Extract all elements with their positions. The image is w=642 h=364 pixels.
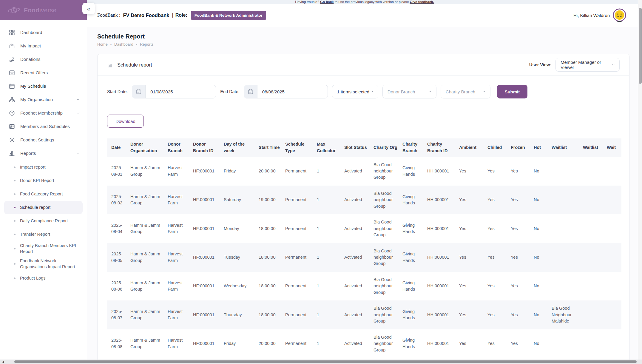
app-window: Foodiverse DashboardMy ImpactDonationsRe…: [0, 0, 642, 364]
user-avatar[interactable]: [612, 8, 626, 22]
cell-charity-org: Bia Good neighbour Group: [371, 300, 400, 329]
cell-frozen: Yes: [508, 243, 531, 272]
start-date-input[interactable]: 01/08/2025: [132, 85, 216, 98]
cell-start-time: 18:00:00: [256, 243, 283, 272]
sidebar-subitem-food-category-report[interactable]: Food Category Report: [0, 187, 87, 201]
main-area: Having trouble? Go back to use the previ…: [87, 0, 642, 364]
sidebar-collapse-button[interactable]: «: [82, 3, 95, 14]
cell-day-of-the-week: Friday: [221, 329, 256, 358]
sidebar-item-my-organisation[interactable]: My Organisation: [0, 93, 87, 106]
sidebar-item-my-schedule[interactable]: My Schedule: [0, 79, 87, 93]
cell-waitlist-2: [581, 186, 604, 214]
download-button[interactable]: Download: [107, 115, 144, 128]
sidebar-item-donations[interactable]: Donations: [0, 53, 87, 66]
chevron-down-icon: [428, 90, 432, 94]
cell-ambient: Yes: [457, 214, 485, 243]
calendar-icon[interactable]: [244, 85, 257, 98]
cell-day-of-the-week: Tuesday: [221, 243, 256, 272]
charity-branch-select[interactable]: Charity Branch: [441, 85, 490, 98]
sidebar-subitem-donor-kpi-report[interactable]: Donor KPI Report: [0, 174, 87, 187]
sidebar-subitem-schedule-report[interactable]: Schedule report: [4, 201, 83, 214]
cell-max-collector: 1: [314, 186, 342, 214]
cell-schedule-type: Permanent: [283, 243, 314, 272]
cell-chilled: Yes: [485, 214, 508, 243]
cell-chilled: Yes: [485, 329, 508, 358]
sidebar-item-label: Recent Offers: [20, 70, 48, 75]
cell-day-of-the-week: Thursday: [221, 300, 256, 329]
cell-start-time: 20:00:00: [256, 329, 283, 358]
give-feedback-link[interactable]: Give feedback.: [410, 0, 434, 4]
bullet-icon: [14, 207, 16, 208]
cell-waitlist-3: [604, 214, 621, 243]
horizontal-scrollbar-thumb[interactable]: [14, 360, 637, 363]
cell-chilled: Yes: [485, 300, 508, 329]
cell-hot: No: [531, 186, 549, 214]
table-row: 2025-08-06Hamm & Jamm GroupHarvest FarmH…: [107, 272, 621, 300]
cell-frozen: Yes: [508, 214, 531, 243]
sidebar-item-my-impact[interactable]: My Impact: [0, 39, 87, 53]
vertical-scrollbar-thumb[interactable]: [639, 8, 642, 84]
table-row: 2025-08-02Hamm & Jamm GroupHarvest FarmH…: [107, 186, 621, 214]
end-date-input[interactable]: 08/08/2025: [244, 85, 328, 98]
cell-ambient: Yes: [457, 300, 485, 329]
sidebar-subitem-product-logs[interactable]: Product Logs: [0, 272, 87, 285]
breadcrumb-reports[interactable]: Reports: [140, 42, 154, 47]
sidebar-item-label: My Impact: [20, 43, 41, 48]
sidebar-item-dashboard[interactable]: Dashboard: [0, 26, 87, 39]
sidebar-subitem-label: Schedule report: [20, 205, 50, 211]
calendar-icon[interactable]: [132, 85, 146, 98]
sidebar-item-recent-offers[interactable]: Recent Offers: [0, 66, 87, 79]
start-date-value: 01/08/2025: [146, 85, 173, 98]
go-back-link[interactable]: Go back: [320, 0, 334, 4]
sidebar-item-members-and-schedules[interactable]: Members and Schedules: [0, 120, 87, 133]
user-area: Hi, Killian Waldron: [573, 8, 626, 22]
cell-waitlist-2: [581, 243, 604, 272]
donor-branch-select[interactable]: Donor Branch: [382, 85, 436, 98]
user-view-select[interactable]: Member Manager or Viewer: [555, 58, 620, 72]
cell-slot-status: Activated: [342, 186, 371, 214]
sidebar-item-foodnet-membership[interactable]: Foodnet Membership: [0, 106, 87, 120]
cell-donor-branch-id: HF:000001: [191, 329, 221, 358]
user-view-group: User View: Member Manager or Viewer: [529, 58, 620, 72]
scroll-left-arrow-icon[interactable]: ◀: [0, 360, 6, 363]
cell-waitlist-2: [581, 272, 604, 300]
cell-donor-branch-id: HF:000001: [191, 300, 221, 329]
sidebar-item-label: My Organisation: [20, 97, 53, 102]
submit-button[interactable]: Submit: [497, 85, 527, 98]
breadcrumb-home[interactable]: Home: [97, 42, 108, 47]
cell-waitlist-3: [604, 272, 621, 300]
col-charity-branch: Charity Branch: [400, 138, 425, 157]
sidebar-subitem-foodbank-network-organisations-impact-report[interactable]: Foodbank Network Organisations Impact Re…: [0, 256, 87, 272]
horizontal-scrollbar[interactable]: ◀: [0, 360, 642, 364]
cell-charity-branch-id: HH:000001: [425, 300, 457, 329]
sidebar-subitem-transfer-report[interactable]: Transfer Report: [0, 228, 87, 241]
sidebar-subitem-impact-report[interactable]: Impact report: [0, 161, 87, 174]
cell-date: 2025-08-02: [107, 186, 128, 214]
cell-max-collector: 1: [314, 300, 342, 329]
breadcrumb-dashboard[interactable]: Dashboard: [114, 42, 133, 47]
col-donor-branch: Donor Branch: [165, 138, 191, 157]
impact-icon: [9, 43, 15, 49]
end-date-value: 08/08/2025: [257, 85, 285, 98]
cell-waitlist-1: [549, 329, 581, 358]
cell-waitlist-2: [581, 300, 604, 329]
membership-icon: [9, 110, 15, 116]
schedule-type-multiselect[interactable]: 1 items selected: [332, 85, 378, 98]
vertical-scrollbar[interactable]: [638, 0, 642, 360]
col-schedule-type: Schedule Type: [283, 138, 314, 157]
sidebar-subitem-charity-branch-members-kpi-report[interactable]: Charity Branch Members KPI Report: [0, 241, 87, 256]
sidebar-subitem-daily-compliance-report[interactable]: Daily Compliance Report: [0, 214, 87, 228]
cell-ambient: Yes: [457, 329, 485, 358]
col-day-of-the-week: Day of the week: [221, 138, 256, 157]
sidebar-item-reports[interactable]: Reports: [0, 146, 87, 160]
sidebar-logo[interactable]: Foodiverse: [0, 0, 87, 20]
table-header-row: DateDonor OrganisationDonor BranchDonor …: [107, 138, 621, 157]
cell-donor-organisation: Hamm & Jamm Group: [128, 300, 165, 329]
cell-ambient: Yes: [457, 272, 485, 300]
sidebar-item-foodnet-settings[interactable]: Foodnet Settings: [0, 133, 87, 146]
cell-schedule-type: Permanent: [283, 157, 314, 186]
cell-ambient: Yes: [457, 186, 485, 214]
cell-waitlist-3: [604, 329, 621, 358]
cell-start-time: 18:00:00: [256, 300, 283, 329]
sidebar-subitem-label: Transfer Report: [20, 232, 50, 237]
